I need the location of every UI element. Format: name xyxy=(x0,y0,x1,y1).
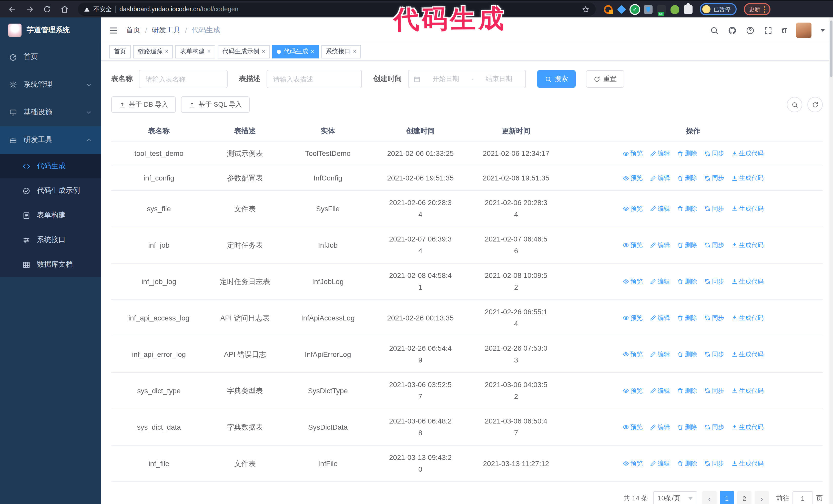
url-bar[interactable]: 不安全 dashboard.yudao.iocoder.cn/tool/code… xyxy=(78,3,596,16)
delete-link[interactable]: 删除 xyxy=(677,312,697,324)
avatar-caret-icon[interactable] xyxy=(821,29,825,33)
delete-link[interactable]: 删除 xyxy=(677,385,697,397)
table-desc-input[interactable] xyxy=(266,70,362,88)
delete-link[interactable]: 删除 xyxy=(677,458,697,470)
close-icon[interactable]: × xyxy=(311,49,314,54)
sidebar-item-home[interactable]: 首页 xyxy=(0,43,101,71)
breadcrumb-home[interactable]: 首页 xyxy=(126,26,140,35)
scrollbar-thumb[interactable] xyxy=(830,21,832,77)
help-icon[interactable] xyxy=(745,26,754,34)
tag-codegen[interactable]: 代码生成× xyxy=(272,45,319,58)
edit-link[interactable]: 编辑 xyxy=(650,385,670,397)
tag-system-api[interactable]: 系统接口× xyxy=(322,45,361,58)
prev-page-button[interactable]: ‹ xyxy=(702,491,717,504)
page-button-1[interactable]: 1 xyxy=(720,491,734,504)
date-range-picker[interactable]: 开始日期 - 结束日期 xyxy=(408,70,526,88)
preview-link[interactable]: 预览 xyxy=(623,172,643,184)
scrollbar[interactable] xyxy=(829,18,833,504)
preview-link[interactable]: 预览 xyxy=(623,312,643,324)
generate-code-link[interactable]: 生成代码 xyxy=(732,349,764,360)
fullscreen-icon[interactable] xyxy=(764,26,772,34)
sync-link[interactable]: 同步 xyxy=(704,458,724,470)
preview-link[interactable]: 预览 xyxy=(623,385,643,397)
hamburger-icon[interactable] xyxy=(109,26,118,34)
forward-icon[interactable] xyxy=(23,2,37,17)
toggle-search-button[interactable] xyxy=(787,97,802,112)
edit-link[interactable]: 编辑 xyxy=(650,148,670,160)
sync-link[interactable]: 同步 xyxy=(704,385,724,397)
chrome-update-button[interactable]: 更新 xyxy=(744,3,770,16)
delete-link[interactable]: 删除 xyxy=(677,172,697,184)
import-sql-button[interactable]: 基于 SQL 导入 xyxy=(181,96,250,113)
menu-kebab-icon[interactable] xyxy=(764,6,765,13)
home-icon[interactable] xyxy=(57,2,72,17)
sidebar-item-infra[interactable]: 基础设施 xyxy=(0,98,101,126)
delete-link[interactable]: 删除 xyxy=(677,421,697,433)
edit-link[interactable]: 编辑 xyxy=(650,421,670,433)
sync-link[interactable]: 同步 xyxy=(704,172,724,184)
reset-button[interactable]: 重置 xyxy=(586,70,624,88)
preview-link[interactable]: 预览 xyxy=(623,421,643,433)
tag-home[interactable]: 首页 xyxy=(109,45,131,58)
close-icon[interactable]: × xyxy=(353,49,357,54)
github-icon[interactable] xyxy=(728,26,736,34)
edit-link[interactable]: 编辑 xyxy=(650,275,670,287)
extension-icon[interactable]: ✓ xyxy=(630,5,639,14)
refresh-table-button[interactable] xyxy=(807,97,823,112)
app-logo[interactable]: 芋道管理系统 xyxy=(0,18,101,43)
tag-form-builder[interactable]: 表单构建× xyxy=(175,45,215,58)
edit-link[interactable]: 编辑 xyxy=(650,458,670,470)
sync-link[interactable]: 同步 xyxy=(704,148,724,160)
generate-code-link[interactable]: 生成代码 xyxy=(732,421,764,433)
sidebar-item-db-docs[interactable]: 数据库文档 xyxy=(0,252,101,277)
delete-link[interactable]: 删除 xyxy=(677,148,697,160)
user-avatar[interactable] xyxy=(796,23,811,38)
profile-paused-chip[interactable]: 已暂停 xyxy=(700,3,737,16)
page-size-select[interactable]: 10条/页 xyxy=(653,491,697,504)
extension-icon[interactable] xyxy=(617,5,626,14)
tag-tracing[interactable]: 链路追踪× xyxy=(133,45,173,58)
bookmark-star-icon[interactable] xyxy=(582,5,590,13)
page-button-2[interactable]: 2 xyxy=(737,491,752,504)
preview-link[interactable]: 预览 xyxy=(623,148,643,160)
search-button[interactable]: 搜索 xyxy=(537,70,576,88)
extension-icon[interactable] xyxy=(670,5,679,14)
sync-link[interactable]: 同步 xyxy=(704,275,724,287)
preview-link[interactable]: 预览 xyxy=(623,458,643,470)
generate-code-link[interactable]: 生成代码 xyxy=(732,239,764,251)
generate-code-link[interactable]: 生成代码 xyxy=(732,275,764,287)
delete-link[interactable]: 删除 xyxy=(677,349,697,360)
goto-page-input[interactable] xyxy=(792,491,813,504)
sync-link[interactable]: 同步 xyxy=(704,421,724,433)
sidebar-item-devtools[interactable]: 研发工具 xyxy=(0,126,101,154)
generate-code-link[interactable]: 生成代码 xyxy=(732,172,764,184)
sidebar-item-system[interactable]: 系统管理 xyxy=(0,71,101,98)
sidebar-item-codegen[interactable]: 代码生成 xyxy=(0,154,101,178)
edit-link[interactable]: 编辑 xyxy=(650,312,670,324)
generate-code-link[interactable]: 生成代码 xyxy=(732,458,764,470)
preview-link[interactable]: 预览 xyxy=(623,203,643,215)
preview-link[interactable]: 预览 xyxy=(623,349,643,360)
breadcrumb-devtools[interactable]: 研发工具 xyxy=(152,26,181,35)
reload-icon[interactable] xyxy=(40,2,54,17)
edit-link[interactable]: 编辑 xyxy=(650,172,670,184)
next-page-button[interactable]: › xyxy=(755,491,769,504)
delete-link[interactable]: 删除 xyxy=(677,203,697,215)
preview-link[interactable]: 预览 xyxy=(623,275,643,287)
generate-code-link[interactable]: 生成代码 xyxy=(732,312,764,324)
sync-link[interactable]: 同步 xyxy=(704,349,724,360)
sidebar-item-codegen-example[interactable]: 代码生成示例 xyxy=(0,178,101,203)
sync-link[interactable]: 同步 xyxy=(704,312,724,324)
sync-link[interactable]: 同步 xyxy=(704,203,724,215)
back-icon[interactable] xyxy=(5,2,20,17)
sidebar-item-form-builder[interactable]: 表单构建 xyxy=(0,203,101,227)
edit-link[interactable]: 编辑 xyxy=(650,203,670,215)
close-icon[interactable]: × xyxy=(165,49,168,54)
close-icon[interactable]: × xyxy=(262,49,265,54)
import-db-button[interactable]: 基于 DB 导入 xyxy=(111,96,176,113)
extensions-puzzle-icon[interactable] xyxy=(684,5,693,14)
sidebar-item-system-api[interactable]: 系统接口 xyxy=(0,227,101,252)
generate-code-link[interactable]: 生成代码 xyxy=(732,203,764,215)
close-icon[interactable]: × xyxy=(207,49,211,54)
extension-icon[interactable] xyxy=(657,5,666,14)
